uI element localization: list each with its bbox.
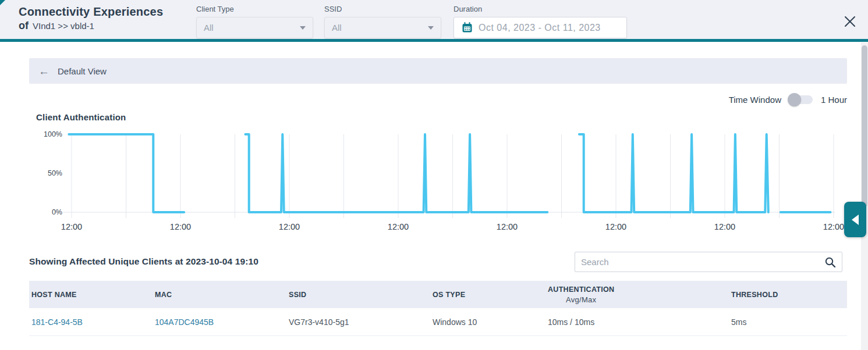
- title-breadcrumb: ofVInd1 >> vbld-1: [19, 20, 163, 32]
- collapse-panel-button[interactable]: [844, 202, 866, 237]
- col-host-name: HOST NAME: [29, 291, 153, 299]
- view-bar[interactable]: ← Default View: [29, 58, 847, 84]
- search-input[interactable]: [581, 257, 824, 267]
- connectivity-experiences-modal: Connectivity Experiences ofVInd1 >> vbld…: [0, 0, 868, 350]
- authentication-line-chart: 100%50%0%12:0012:0012:0012:0012:0012:001…: [29, 125, 847, 234]
- client-type-label: Client Type: [196, 5, 313, 13]
- date-range-picker[interactable]: Oct 04, 2023 - Oct 11, 2023: [454, 17, 627, 38]
- client-type-value: All: [204, 23, 300, 33]
- site-path: VInd1 >> vbld-1: [33, 21, 94, 31]
- chevron-down-icon: [300, 26, 306, 30]
- filter-duration: Duration Oct 04, 2023 - Oct 11, 2023: [454, 5, 627, 38]
- svg-text:12:00: 12:00: [714, 222, 735, 231]
- affected-clients-table: HOST NAME MAC SSID OS TYPE AUTHENTICATIO…: [29, 281, 847, 336]
- arrow-left-icon: [852, 215, 859, 225]
- affected-clients-caption: Showing Affected Unique Clients at 2023-…: [29, 256, 258, 267]
- svg-text:12:00: 12:00: [61, 222, 82, 231]
- col-os-type: OS TYPE: [430, 291, 545, 299]
- ssid-label: SSID: [324, 5, 441, 13]
- page-title: Connectivity Experiences ofVInd1 >> vbld…: [19, 5, 163, 32]
- calendar-icon: [462, 22, 473, 33]
- col-mac: MAC: [153, 291, 286, 299]
- svg-text:12:00: 12:00: [388, 222, 409, 231]
- search-box: [575, 252, 842, 272]
- svg-text:0%: 0%: [52, 208, 62, 216]
- svg-text:12:00: 12:00: [605, 222, 626, 231]
- client-type-select[interactable]: All: [196, 17, 313, 38]
- filter-client-type: Client Type All: [196, 5, 313, 38]
- os-type-value: Windows 10: [430, 317, 545, 327]
- date-range-value: Oct 04, 2023 - Oct 11, 2023: [479, 23, 601, 33]
- authentication-value: 10ms / 10ms: [545, 317, 729, 327]
- svg-text:50%: 50%: [48, 169, 62, 177]
- svg-text:12:00: 12:00: [497, 222, 518, 231]
- corner-accent: [0, 0, 5, 5]
- time-window-label: Time Window: [729, 95, 781, 105]
- table-header-row: HOST NAME MAC SSID OS TYPE AUTHENTICATIO…: [29, 281, 847, 308]
- col-authentication-label: AUTHENTICATION: [548, 285, 614, 294]
- svg-text:12:00: 12:00: [823, 222, 844, 231]
- chart-title: Client Authentication: [36, 112, 126, 122]
- vertical-scrollbar-thumb[interactable]: [862, 45, 867, 207]
- view-bar-label: Default View: [58, 66, 107, 76]
- time-window-value: 1 Hour: [821, 95, 847, 105]
- back-arrow-icon[interactable]: ←: [38, 66, 49, 77]
- col-auth-subheader: Avg/Max: [548, 295, 614, 304]
- threshold-value: 5ms: [729, 317, 847, 327]
- host-name-link[interactable]: 181-C4-94-5B: [29, 317, 153, 327]
- duration-label: Duration: [454, 5, 627, 13]
- table-row: 181-C4-94-5B 104A7DC4945B VG7r3-v410-5g1…: [29, 308, 847, 336]
- title-text: Connectivity Experiences: [19, 5, 163, 19]
- modal-header: Connectivity Experiences ofVInd1 >> vbld…: [0, 0, 868, 42]
- search-icon[interactable]: [824, 256, 836, 268]
- title-of: of: [19, 20, 29, 31]
- filter-ssid: SSID All: [324, 5, 441, 38]
- col-authentication: AUTHENTICATION Avg/Max: [545, 285, 729, 304]
- time-window-toggle[interactable]: [789, 95, 813, 104]
- svg-text:12:00: 12:00: [279, 222, 300, 231]
- toggle-knob[interactable]: [788, 93, 801, 106]
- ssid-select[interactable]: All: [324, 17, 441, 38]
- col-threshold: THRESHOLD: [729, 291, 847, 299]
- time-window-control: Time Window 1 Hour: [702, 92, 847, 107]
- client-authentication-chart: Client Authentication 100%50%0%12:0012:0…: [29, 109, 847, 236]
- col-ssid: SSID: [286, 291, 430, 299]
- chevron-down-icon: [428, 26, 434, 30]
- close-icon[interactable]: [844, 15, 856, 28]
- mac-link[interactable]: 104A7DC4945B: [153, 317, 286, 327]
- ssid-value: VG7r3-v410-5g1: [286, 317, 430, 327]
- ssid-value: All: [332, 23, 428, 33]
- svg-text:100%: 100%: [44, 130, 62, 138]
- svg-text:12:00: 12:00: [170, 222, 191, 231]
